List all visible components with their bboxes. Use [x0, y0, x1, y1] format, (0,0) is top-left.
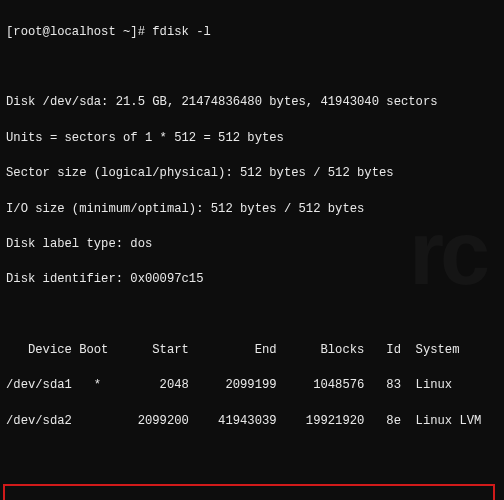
disk-sda-io: I/O size (minimum/optimal): 512 bytes / …: [6, 201, 498, 219]
disk-sda-sector: Sector size (logical/physical): 512 byte…: [6, 165, 498, 183]
disk-sda-units: Units = sectors of 1 * 512 = 512 bytes: [6, 130, 498, 148]
disk-sda-ident: Disk identifier: 0x00097c15: [6, 271, 498, 289]
blank-line: [6, 448, 498, 466]
disk-sda-label: Disk label type: dos: [6, 236, 498, 254]
highlighted-block: Disk /dev/sdc: 10.7 GB, 10737418240 byte…: [3, 484, 495, 500]
prompt-line: [root@localhost ~]# fdisk -l: [6, 24, 498, 42]
blank-line: [6, 307, 498, 325]
partition-row: /dev/sda1 * 2048 2099199 1048576 83 Linu…: [6, 377, 498, 395]
terminal[interactable]: [root@localhost ~]# fdisk -l Disk /dev/s…: [0, 0, 504, 500]
partition-header: Device Boot Start End Blocks Id System: [6, 342, 498, 360]
disk-sda-header: Disk /dev/sda: 21.5 GB, 21474836480 byte…: [6, 94, 498, 112]
blank-line: [6, 59, 498, 77]
command: fdisk -l: [152, 25, 211, 39]
prompt: [root@localhost ~]#: [6, 25, 152, 39]
partition-row: /dev/sda2 2099200 41943039 19921920 8e L…: [6, 413, 498, 431]
